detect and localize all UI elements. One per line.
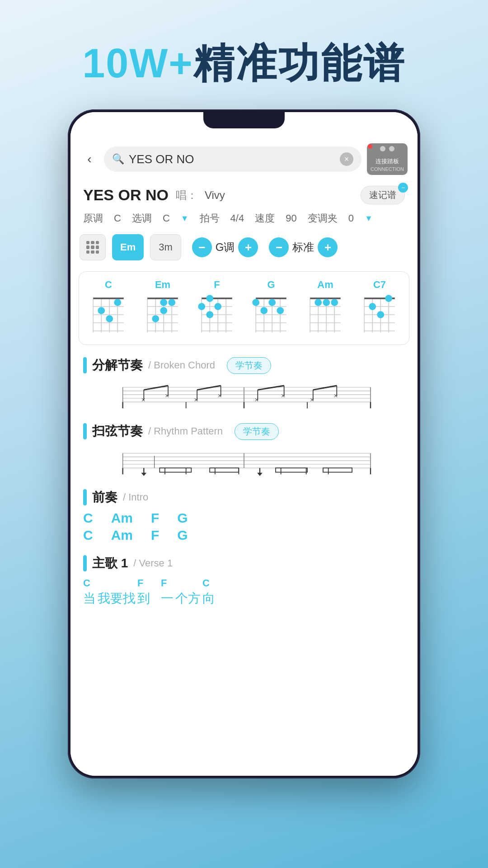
svg-rect-121: [210, 468, 239, 472]
svg-point-21: [160, 299, 167, 306]
svg-rect-126: [276, 468, 307, 472]
prelude-header: 前奏 / Intro: [70, 481, 418, 509]
svg-marker-117: [141, 473, 147, 476]
chord-F[interactable]: F: [197, 279, 237, 337]
original-key-label: 原调: [83, 212, 103, 225]
info-row: 原调 C 选调 C ▼ 拍号 4/4 速度 90 变调夹 0 ▼: [70, 209, 418, 228]
chord-Am[interactable]: Am: [305, 279, 346, 337]
prelude-chord-G-2[interactable]: G: [177, 528, 188, 543]
tuning-group: − 标准 +: [269, 237, 338, 257]
top-bar: ‹ 🔍 YES OR NO × 连接踏板: [70, 137, 418, 181]
capo-label: 变调夹: [308, 212, 338, 225]
svg-point-22: [168, 299, 175, 306]
verse1-header: 主歌 1 / Verse 1: [70, 547, 418, 576]
song-title-row: YES OR NO 唱： Vivy 速记谱 −: [70, 181, 418, 209]
svg-point-9: [98, 307, 105, 314]
verse1-title-cn: 主歌 1: [92, 555, 128, 572]
prelude-chord-F-1[interactable]: F: [151, 510, 159, 526]
svg-marker-125: [257, 473, 263, 476]
song-title: YES OR NO: [83, 186, 169, 204]
svg-point-47: [252, 299, 259, 306]
chord-C[interactable]: C: [88, 279, 129, 337]
beat-value: 4/4: [230, 212, 244, 224]
close-icon: ×: [344, 155, 349, 164]
singer-name: Vivy: [205, 189, 225, 202]
rhythm-pattern-title-cn: 扫弦节奏: [92, 423, 143, 440]
svg-point-62: [331, 299, 338, 306]
tuning-plus-button[interactable]: +: [318, 237, 338, 257]
search-clear-button[interactable]: ×: [340, 152, 353, 166]
rhythm-pattern-learn-button[interactable]: 学节奏: [235, 423, 279, 440]
prelude-chord-F-2[interactable]: F: [151, 528, 159, 543]
selected-key-value: C: [163, 212, 170, 224]
key-label: G调: [216, 240, 235, 255]
3m-mode-button[interactable]: 3m: [150, 234, 181, 260]
svg-line-101: [258, 386, 284, 390]
tuning-label: 标准: [292, 240, 314, 255]
beat-label: 拍号: [200, 212, 220, 225]
prelude-chord-row-2: C Am F G: [70, 527, 418, 544]
svg-rect-118: [160, 468, 191, 472]
back-button[interactable]: ‹: [80, 150, 99, 168]
original-key-value: C: [114, 212, 121, 224]
capo-arrow: ▼: [365, 214, 373, 223]
em-mode-button[interactable]: Em: [112, 234, 144, 260]
header-accent: 10W+: [82, 41, 193, 86]
page-header: 10W+精准功能谱: [0, 0, 488, 91]
singer-label: 唱：: [176, 188, 197, 203]
svg-line-102: [313, 386, 337, 390]
svg-text:×: ×: [141, 396, 145, 404]
chord-C7[interactable]: C7: [359, 279, 400, 337]
svg-line-100: [197, 386, 221, 390]
quick-memo-badge: −: [398, 183, 408, 193]
rhythm-pattern-title-en: / Rhythm Pattern: [148, 425, 223, 437]
svg-point-49: [260, 307, 267, 314]
prelude-chord-Am-2[interactable]: Am: [111, 528, 133, 543]
prelude-title-cn: 前奏: [92, 489, 117, 506]
header-main: 精准功能谱: [193, 41, 406, 86]
key-group: − G调 +: [192, 237, 258, 257]
controls-row: Em 3m − G调 + − 标准 +: [70, 228, 418, 267]
capo-value: 0: [348, 212, 354, 224]
chord-G[interactable]: G: [251, 279, 291, 337]
key-plus-button[interactable]: +: [238, 237, 258, 257]
quick-memo-button[interactable]: 速记谱 −: [361, 186, 405, 204]
svg-point-11: [114, 299, 121, 306]
svg-point-24: [152, 315, 159, 322]
grid-view-button[interactable]: [80, 234, 106, 260]
rhythm-pattern-header: 扫弦节奏 / Rhythm Pattern 学节奏: [70, 415, 418, 443]
verse1-lyrics-line: C 当 C 我要找 F 到 F 一 F 个方: [70, 576, 418, 609]
prelude-chord-G-1[interactable]: G: [177, 510, 188, 526]
phone-frame: ‹ 🔍 YES OR NO × 连接踏板: [68, 109, 420, 778]
tempo-label: 速度: [255, 212, 275, 225]
search-icon: 🔍: [112, 153, 124, 165]
broken-chord-learn-button[interactable]: 学节奏: [227, 357, 271, 374]
chord-Em[interactable]: Em: [142, 279, 183, 337]
search-bar[interactable]: 🔍 YES OR NO ×: [104, 146, 361, 172]
svg-point-35: [198, 303, 205, 310]
prelude-chord-C-2[interactable]: C: [83, 528, 93, 543]
svg-point-72: [385, 295, 392, 302]
phone-notch: [203, 112, 285, 128]
svg-point-48: [268, 299, 276, 306]
tempo-value: 90: [286, 212, 296, 224]
chord-area: C: [79, 271, 409, 345]
prelude-title-en: / Intro: [123, 491, 148, 503]
svg-point-37: [206, 311, 213, 318]
key-minus-button[interactable]: −: [192, 237, 212, 257]
svg-point-23: [160, 307, 167, 314]
svg-point-50: [277, 307, 284, 314]
verse1-title-en: / Verse 1: [133, 557, 173, 569]
device-connect-button[interactable]: 连接踏板 CONNECTION: [367, 143, 408, 175]
svg-point-74: [377, 311, 384, 318]
svg-line-99: [144, 386, 168, 390]
prelude-chord-C-1[interactable]: C: [83, 510, 93, 526]
svg-point-10: [106, 315, 113, 322]
app-content: ‹ 🔍 YES OR NO × 连接踏板: [70, 112, 418, 776]
svg-rect-129: [323, 468, 352, 472]
broken-chord-notation: × × × × × × × ×: [83, 379, 405, 411]
phone-screen: ‹ 🔍 YES OR NO × 连接踏板: [70, 112, 418, 776]
tuning-minus-button[interactable]: −: [269, 237, 289, 257]
prelude-chord-Am-1[interactable]: Am: [111, 510, 133, 526]
prelude-chord-row-1: C Am F G: [70, 509, 418, 527]
